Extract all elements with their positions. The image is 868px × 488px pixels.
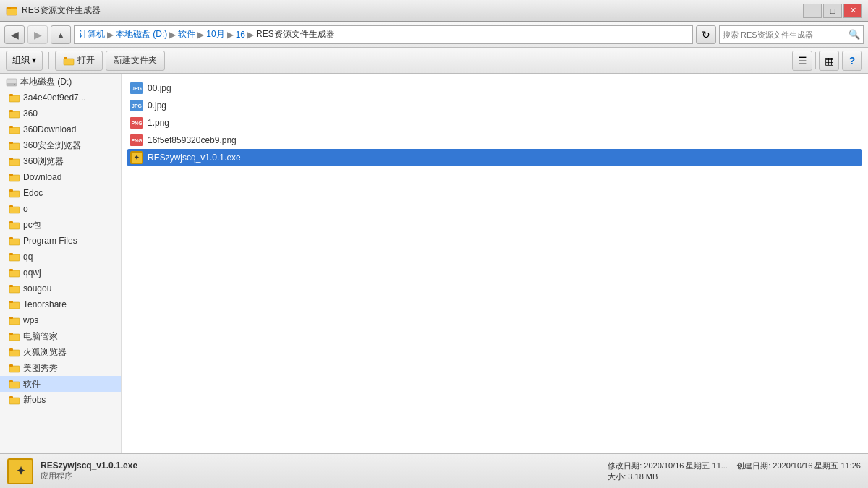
svg-rect-25 [9,221,13,223]
svg-rect-18 [9,175,20,181]
svg-rect-3 [64,59,74,65]
status-bar: ✦ RESzywjscq_v1.0.1.exe 应用程序 修改日期: 2020/… [0,453,868,488]
svg-rect-24 [9,223,20,229]
sidebar-item-360[interactable]: 360 [0,106,121,121]
file-list: JPG 00.jpg JPG 0.jpg PNG 1.png [122,74,868,453]
sidebar-label-pf: Program Files [23,236,77,246]
open-button[interactable]: 打开 [55,51,103,71]
folder-icon-ff [9,347,20,357]
sidebar-item-tenorshare[interactable]: Tenorshare [0,296,121,312]
sidebar-item-qqwj[interactable]: qqwj [0,265,121,281]
svg-rect-27 [9,237,13,239]
folder-icon [9,93,20,103]
folder-icon-newobs [9,395,20,405]
file-name-0jpg: 0.jpg [148,100,166,111]
up-button[interactable]: ▲ [51,25,71,44]
organize-button[interactable]: 组织 ▾ [6,51,43,71]
sidebar-item-sougou[interactable]: sougou [0,281,121,296]
search-box[interactable]: 🔍 [719,25,864,44]
svg-rect-9 [9,94,13,96]
file-icon-16f5png: PNG [130,134,143,147]
close-button[interactable]: ✕ [843,4,862,18]
minimize-button[interactable]: — [803,4,822,18]
folder-icon-mt [9,363,20,373]
folder-icon-360br [9,140,20,150]
sidebar-item-o[interactable]: o [0,201,121,217]
sidebar-item-360download[interactable]: 360Download [0,121,121,137]
file-icon-00jpg: JPG [130,82,143,95]
svg-rect-43 [9,364,13,367]
breadcrumb-item-month[interactable]: 10月 [206,28,224,40]
breadcrumb-item-computer[interactable]: 计算机 [79,28,105,40]
sidebar-item-drive[interactable]: 本地磁盘 (D:) [0,74,121,90]
sidebar-item-meitu[interactable]: 美图秀秀 [0,360,121,376]
sidebar-label-pcmgr: 电脑管家 [23,330,58,343]
svg-rect-22 [9,207,20,213]
svg-rect-1 [7,9,17,15]
folder-icon-360b2 [9,156,20,166]
sidebar-item-360browser[interactable]: 360安全浏览器 [0,137,121,153]
file-icon-1png: PNG [130,116,143,129]
svg-rect-20 [9,191,20,197]
svg-rect-10 [9,111,20,118]
sidebar-label-edoc: Edoc [23,188,43,198]
svg-rect-46 [9,398,20,404]
status-filename: RESzywjscq_v1.0.1.exe [41,461,600,471]
maximize-button[interactable]: □ [823,4,842,18]
breadcrumb-sep-1: ▶ [107,30,114,40]
sidebar-item-pcmgr[interactable]: 电脑管家 [0,328,121,344]
view-options-button[interactable]: ☰ [792,51,812,71]
sidebar-label-mt: 美图秀秀 [23,362,58,374]
breadcrumb-item-drive[interactable]: 本地磁盘 (D:) [116,28,167,40]
file-item-00jpg[interactable]: JPG 00.jpg [127,80,862,97]
status-details: 修改日期: 2020/10/16 星期五 11... 创建日期: 2020/10… [608,461,861,482]
svg-rect-21 [9,189,13,192]
pane-toggle-button[interactable]: ▦ [819,51,839,71]
sidebar-label-sg: sougou [23,283,51,294]
sidebar-item-programfiles[interactable]: Program Files [0,233,121,249]
breadcrumb[interactable]: 计算机 ▶ 本地磁盘 (D:) ▶ 软件 ▶ 10月 ▶ 16 ▶ RES资源文… [74,25,693,44]
sidebar-label-360dl: 360Download [23,124,76,134]
svg-rect-44 [9,382,20,388]
status-file-icon: ✦ [7,458,33,484]
sidebar-label-360: 360 [23,108,38,119]
file-icon-exe: ✦ [130,151,143,164]
file-item-exe[interactable]: ✦ RESzywjscq_v1.0.1.exe [127,149,862,166]
sidebar-item-firefox[interactable]: 火狐浏览器 [0,344,121,360]
sidebar-item-wps[interactable]: wps [0,312,121,328]
sidebar-item-newobs[interactable]: 新obs [0,392,121,408]
file-item-1png[interactable]: PNG 1.png [127,114,862,132]
svg-rect-29 [9,253,13,255]
drive-icon [6,76,17,87]
file-item-0jpg[interactable]: JPG 0.jpg [127,97,862,114]
sidebar-item-360b2[interactable]: 360浏览器 [0,153,121,169]
new-folder-button[interactable]: 新建文件夹 [106,51,165,71]
toolbar: 组织 ▾ 打开 新建文件夹 ☰ ▦ ? [0,48,868,74]
sidebar-item-3a4e[interactable]: 3a4e40ef9ed7... [0,90,121,106]
toolbar-sep-view [815,52,816,69]
breadcrumb-item-day[interactable]: 16 [236,30,245,40]
new-folder-label: 新建文件夹 [114,54,157,67]
status-modify-label: 修改日期: [608,461,642,470]
file-name-1png: 1.png [148,118,169,128]
help-button[interactable]: ? [842,51,862,71]
search-icon[interactable]: 🔍 [848,29,860,40]
forward-button[interactable]: ▶ [27,25,48,44]
sidebar-item-pc[interactable]: pc包 [0,217,121,233]
refresh-button[interactable]: ↻ [696,25,716,44]
sidebar-item-qq[interactable]: qq [0,249,121,265]
organize-label: 组织 ▾ [12,54,36,67]
breadcrumb-item-software[interactable]: 软件 [178,28,195,40]
sidebar-item-ruanjian[interactable]: 软件 [0,376,121,392]
folder-icon-dl [9,172,20,182]
folder-icon-qq [9,252,20,262]
sidebar-label-360b2: 360浏览器 [23,155,64,168]
svg-rect-42 [9,366,20,372]
folder-icon-edoc [9,188,20,198]
sidebar-item-edoc[interactable]: Edoc [0,185,121,201]
search-input[interactable] [723,30,848,39]
file-item-16f5png[interactable]: PNG 16f5ef859320ceb9.png [127,132,862,149]
file-icon-0jpg: JPG [130,99,143,112]
back-button[interactable]: ◀ [4,25,25,44]
sidebar-item-download[interactable]: Download [0,169,121,185]
